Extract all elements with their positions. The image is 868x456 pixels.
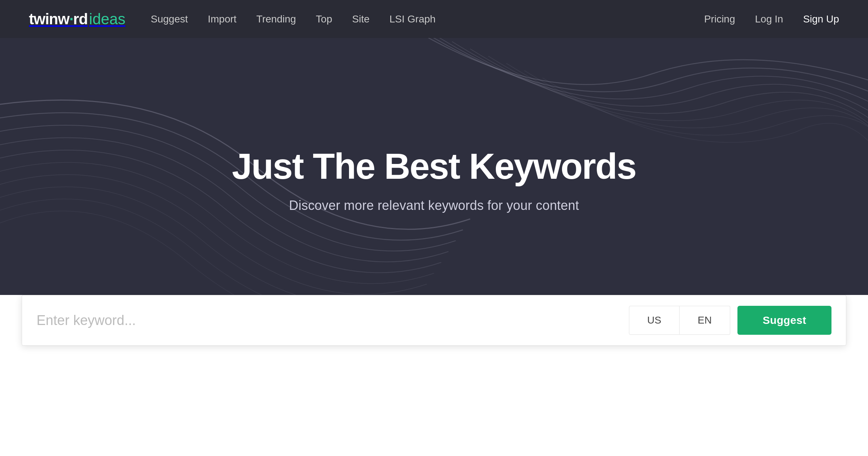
- navbar: twinw·rd ideas Suggest Import Trending T…: [0, 0, 868, 38]
- hero-title: Just The Best Keywords: [232, 145, 636, 187]
- nav-item-trending[interactable]: Trending: [256, 13, 296, 25]
- country-selector-button[interactable]: US: [629, 306, 680, 335]
- nav-item-import[interactable]: Import: [208, 13, 236, 25]
- search-bar: US EN Suggest: [22, 295, 846, 346]
- nav-link-import[interactable]: Import: [208, 13, 236, 25]
- nav-link-login[interactable]: Log In: [755, 13, 783, 25]
- search-section: US EN Suggest: [0, 295, 868, 346]
- logo-twinword: twinw·rd: [29, 10, 88, 28]
- nav-link-signup[interactable]: Sign Up: [803, 13, 839, 25]
- nav-link-top[interactable]: Top: [316, 13, 332, 25]
- language-selector-button[interactable]: EN: [680, 306, 730, 335]
- nav-link-pricing[interactable]: Pricing: [704, 13, 735, 25]
- logo-ideas: ideas: [89, 10, 125, 28]
- nav-item-top[interactable]: Top: [316, 13, 332, 25]
- hero-section: Just The Best Keywords Discover more rel…: [0, 38, 868, 320]
- nav-link-trending[interactable]: Trending: [256, 13, 296, 25]
- nav-link-site[interactable]: Site: [352, 13, 369, 25]
- search-controls: US EN Suggest: [629, 306, 831, 335]
- hero-subtitle: Discover more relevant keywords for your…: [232, 198, 636, 213]
- nav-item-suggest[interactable]: Suggest: [151, 13, 188, 25]
- nav-links: Suggest Import Trending Top Site LSI Gra…: [151, 13, 436, 25]
- nav-item-lsi-graph[interactable]: LSI Graph: [390, 13, 436, 25]
- navbar-left: twinw·rd ideas Suggest Import Trending T…: [29, 10, 435, 28]
- logo-dot: ·: [69, 10, 73, 28]
- suggest-button[interactable]: Suggest: [737, 306, 831, 335]
- nav-link-suggest[interactable]: Suggest: [151, 13, 188, 25]
- search-input[interactable]: [37, 313, 629, 328]
- hero-content: Just The Best Keywords Discover more rel…: [232, 145, 636, 213]
- logo[interactable]: twinw·rd ideas: [29, 10, 125, 28]
- below-search-area: [0, 346, 868, 456]
- navbar-right: Pricing Log In Sign Up: [704, 13, 839, 25]
- nav-link-lsi-graph[interactable]: LSI Graph: [390, 13, 436, 25]
- nav-item-site[interactable]: Site: [352, 13, 369, 25]
